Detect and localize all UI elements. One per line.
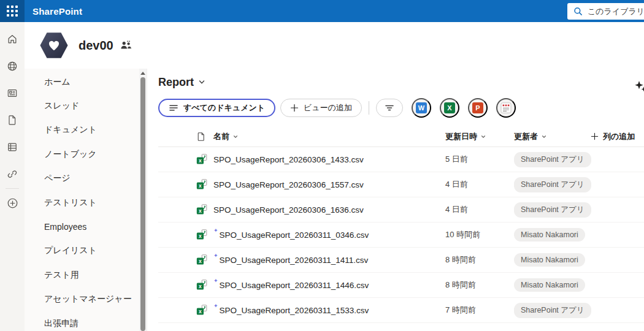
nav-scrollbar[interactable] [139,69,147,331]
lists-icon[interactable] [0,134,25,161]
home-icon[interactable] [0,26,25,53]
file-table-body: x ✦ SPO_UsageReport_20260306_1433.csv 5 … [158,147,644,323]
file-name-link[interactable]: SPO_UsageReport_20260306_1433.csv [213,155,364,164]
file-name-link[interactable]: SPO_UsageReport_20260311_1446.csv [220,281,369,290]
site-title[interactable]: dev00 [79,39,113,53]
group-membership-icon[interactable] [120,40,132,50]
toolbar-divider [369,101,369,115]
table-row[interactable]: x ✦ SPO_UsageReport_20260306_1433.csv 5 … [158,147,644,172]
nav-item[interactable]: テスト用 [25,263,139,287]
modified-by-badge[interactable]: Misato Nakamori [514,278,585,292]
search-input[interactable] [588,7,644,16]
view-selector-button[interactable]: すべてのドキュメント [158,99,275,117]
file-name-link[interactable]: SPO_UsageReport_20260311_1411.csv [220,256,369,265]
add-column-button[interactable]: 列の追加 [591,131,635,142]
site-nav: ホーム スレッド ドキュメント ノートブック ページ テストリスト Employ… [25,69,147,331]
nav-item[interactable]: 出張申請 [25,311,139,331]
modified-by-badge[interactable]: SharePoint アプリ [514,152,591,167]
create-new-icon[interactable] [0,189,25,216]
svg-text:x: x [199,208,202,214]
scrollbar-thumb[interactable] [140,77,145,331]
file-table: 名前 更新日時 更新者 [158,126,644,323]
csv-excel-file-icon: x [196,254,207,265]
csv-excel-file-icon: x [196,179,207,190]
nav-item[interactable]: ホーム [25,70,139,94]
nav-item[interactable]: テストリスト [25,191,139,215]
nav-item[interactable]: アセットマネージャー [25,287,139,311]
link-icon[interactable] [0,161,25,188]
globe-icon[interactable] [0,53,25,80]
file-modified-time: 8 時間前 [445,254,514,265]
view-selector-label: すべてのドキュメント [183,102,265,113]
site-logo[interactable] [40,32,68,59]
nav-item-label: 出張申請 [44,318,79,329]
nav-item[interactable]: プレイリスト [25,239,139,263]
column-header-modified[interactable]: 更新日時 [445,131,486,142]
modified-by-badge[interactable]: SharePoint アプリ [514,177,591,192]
modified-by-badge[interactable]: Misato Nakamori [514,253,585,267]
new-notebook-button[interactable] [496,98,516,118]
add-view-label: ビューの追加 [304,102,352,113]
csv-excel-file-icon: x [196,280,207,291]
notebook-icon [500,102,512,113]
table-row[interactable]: x ✦ SPO_UsageReport_20260311_0346.csv 10… [158,223,644,248]
new-item-badge: ✦ [213,303,218,309]
app-title[interactable]: SharePoint [33,6,82,17]
modified-by-badge[interactable]: Misato Nakamori [514,228,585,242]
view-list-icon [169,103,178,113]
command-bar: すべてのドキュメント ビューの追加 [158,98,644,118]
nav-item[interactable]: ドキュメント [25,118,139,142]
file-name-link[interactable]: SPO_UsageReport_20260311_0346.csv [220,230,369,240]
modified-by-badge[interactable]: SharePoint アプリ [514,303,591,318]
table-row[interactable]: x ✦ SPO_UsageReport_20260311_1533.csv 7 … [158,298,644,323]
plus-icon [290,104,299,112]
table-row[interactable]: x ✦ SPO_UsageReport_20260311_1411.csv 8 … [158,248,644,273]
file-name-link[interactable]: SPO_UsageReport_20260311_1533.csv [220,306,369,315]
table-row[interactable]: x ✦ SPO_UsageReport_20260306_1636.csv 4 … [158,197,644,223]
site-header: dev00 [25,22,644,69]
news-icon[interactable] [0,80,25,107]
scrollbar-up-arrow[interactable] [140,72,145,75]
add-view-button[interactable]: ビューの追加 [280,99,362,117]
table-row[interactable]: x ✦ SPO_UsageReport_20260306_1557.csv 4 … [158,172,644,197]
excel-icon: X [444,102,455,113]
filter-button[interactable] [376,99,403,117]
nav-item[interactable]: ノートブック [25,142,139,166]
new-excel-workbook-button[interactable]: X [440,98,459,118]
site-nav-list: ホーム スレッド ドキュメント ノートブック ページ テストリスト Employ… [25,70,139,331]
library-title: Report [158,76,194,89]
plus-icon [591,132,599,140]
nav-item-label: スレッド [44,101,79,112]
nav-item-label: テストリスト [44,197,97,208]
file-type-column-icon[interactable] [196,132,213,142]
nav-item[interactable]: ページ [25,167,139,191]
file-name-link[interactable]: SPO_UsageReport_20260306_1636.csv [213,205,364,215]
library-title-menu[interactable]: Report [158,74,205,91]
sort-chevron-icon [541,134,547,140]
nav-item[interactable]: スレッド [25,94,139,118]
search-box[interactable] [567,3,644,20]
table-row[interactable]: x ✦ SPO_UsageReport_20260311_1446.csv 8 … [158,273,644,298]
app-launcher-button[interactable] [0,0,25,22]
svg-text:x: x [199,258,202,264]
column-header-modified-by[interactable]: 更新者 [514,131,547,142]
sort-chevron-icon [232,134,239,140]
csv-excel-file-icon: x [196,204,207,215]
file-name-link[interactable]: SPO_UsageReport_20260306_1557.csv [213,180,364,189]
file-modified-time: 5 日前 [445,154,514,165]
file-modified-time: 10 時間前 [445,229,514,240]
new-word-document-button[interactable]: W [412,98,431,118]
suite-header: SharePoint [0,0,644,22]
library-main: Report [147,69,644,331]
new-item-badge: ✦ [213,278,218,284]
nav-item-label: プレイリスト [44,245,97,256]
document-icon[interactable] [0,107,25,134]
sort-chevron-icon [480,134,486,140]
nav-item[interactable]: Employees [25,215,139,238]
column-header-name[interactable]: 名前 [213,131,239,142]
nav-item-label: テスト用 [44,270,79,281]
copilot-sparkle-icon[interactable] [632,78,644,94]
new-powerpoint-presentation-button[interactable]: P [468,98,488,118]
nav-item-label: Employees [44,222,86,232]
modified-by-badge[interactable]: SharePoint アプリ [514,202,591,218]
